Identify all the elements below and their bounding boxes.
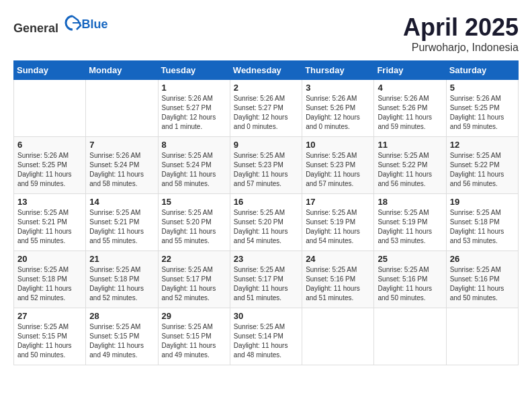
day-info: Sunrise: 5:25 AM Sunset: 5:16 PM Dayligh… (450, 265, 515, 303)
day-number: 12 (450, 140, 515, 150)
day-info: Sunrise: 5:25 AM Sunset: 5:23 PM Dayligh… (234, 151, 298, 189)
day-info: Sunrise: 5:25 AM Sunset: 5:18 PM Dayligh… (450, 208, 515, 246)
logo-icon (63, 13, 82, 32)
day-number: 11 (378, 140, 442, 150)
day-info: Sunrise: 5:25 AM Sunset: 5:22 PM Dayligh… (378, 151, 442, 189)
calendar-cell: 22Sunrise: 5:25 AM Sunset: 5:17 PM Dayli… (158, 251, 230, 308)
calendar-cell: 23Sunrise: 5:25 AM Sunset: 5:17 PM Dayli… (230, 251, 302, 308)
calendar-cell (302, 308, 374, 365)
day-info: Sunrise: 5:26 AM Sunset: 5:26 PM Dayligh… (306, 94, 370, 132)
day-number: 25 (378, 254, 442, 264)
day-info: Sunrise: 5:25 AM Sunset: 5:15 PM Dayligh… (89, 322, 154, 360)
weekday-header-thursday: Thursday (302, 61, 374, 80)
calendar-cell: 26Sunrise: 5:25 AM Sunset: 5:16 PM Dayli… (446, 251, 518, 308)
calendar-cell: 7Sunrise: 5:26 AM Sunset: 5:24 PM Daylig… (86, 137, 158, 194)
calendar-cell: 27Sunrise: 5:25 AM Sunset: 5:15 PM Dayli… (14, 308, 86, 365)
day-number: 15 (162, 197, 226, 207)
day-info: Sunrise: 5:25 AM Sunset: 5:18 PM Dayligh… (89, 265, 154, 303)
calendar-week-4: 20Sunrise: 5:25 AM Sunset: 5:18 PM Dayli… (14, 251, 519, 308)
calendar-cell: 1Sunrise: 5:26 AM Sunset: 5:27 PM Daylig… (158, 80, 230, 137)
calendar-cell (86, 80, 158, 137)
calendar-cell (374, 308, 446, 365)
calendar-week-3: 13Sunrise: 5:25 AM Sunset: 5:21 PM Dayli… (14, 194, 519, 251)
day-number: 17 (306, 197, 370, 207)
day-number: 6 (17, 140, 82, 150)
day-info: Sunrise: 5:25 AM Sunset: 5:16 PM Dayligh… (378, 265, 442, 303)
day-number: 1 (162, 83, 226, 93)
day-number: 26 (450, 254, 515, 264)
day-number: 14 (89, 197, 154, 207)
day-info: Sunrise: 5:26 AM Sunset: 5:25 PM Dayligh… (17, 151, 82, 189)
calendar-cell: 13Sunrise: 5:25 AM Sunset: 5:21 PM Dayli… (14, 194, 86, 251)
calendar-cell: 24Sunrise: 5:25 AM Sunset: 5:16 PM Dayli… (302, 251, 374, 308)
day-info: Sunrise: 5:25 AM Sunset: 5:23 PM Dayligh… (306, 151, 370, 189)
calendar-week-2: 6Sunrise: 5:26 AM Sunset: 5:25 PM Daylig… (14, 137, 519, 194)
calendar-cell: 10Sunrise: 5:25 AM Sunset: 5:23 PM Dayli… (302, 137, 374, 194)
calendar-cell: 17Sunrise: 5:25 AM Sunset: 5:19 PM Dayli… (302, 194, 374, 251)
day-info: Sunrise: 5:25 AM Sunset: 5:21 PM Dayligh… (89, 208, 154, 246)
day-info: Sunrise: 5:25 AM Sunset: 5:18 PM Dayligh… (17, 265, 82, 303)
day-info: Sunrise: 5:26 AM Sunset: 5:27 PM Dayligh… (234, 94, 298, 132)
calendar-cell (14, 80, 86, 137)
calendar-cell: 6Sunrise: 5:26 AM Sunset: 5:25 PM Daylig… (14, 137, 86, 194)
calendar-cell: 4Sunrise: 5:26 AM Sunset: 5:26 PM Daylig… (374, 80, 446, 137)
calendar-cell: 29Sunrise: 5:25 AM Sunset: 5:15 PM Dayli… (158, 308, 230, 365)
day-number: 18 (378, 197, 442, 207)
day-info: Sunrise: 5:25 AM Sunset: 5:17 PM Dayligh… (162, 265, 226, 303)
logo-blue: Blue (82, 17, 108, 31)
location-subtitle: Purwoharjo, Indonesia (403, 42, 519, 54)
calendar-table: SundayMondayTuesdayWednesdayThursdayFrid… (13, 60, 519, 365)
calendar-cell: 16Sunrise: 5:25 AM Sunset: 5:20 PM Dayli… (230, 194, 302, 251)
calendar-cell: 8Sunrise: 5:25 AM Sunset: 5:24 PM Daylig… (158, 137, 230, 194)
calendar-cell: 30Sunrise: 5:25 AM Sunset: 5:14 PM Dayli… (230, 308, 302, 365)
day-number: 24 (306, 254, 370, 264)
day-number: 29 (162, 311, 226, 321)
calendar-header-row: SundayMondayTuesdayWednesdayThursdayFrid… (14, 61, 519, 80)
day-number: 5 (450, 83, 515, 93)
day-number: 10 (306, 140, 370, 150)
day-number: 21 (89, 254, 154, 264)
calendar-cell: 12Sunrise: 5:25 AM Sunset: 5:22 PM Dayli… (446, 137, 518, 194)
day-number: 4 (378, 83, 442, 93)
day-info: Sunrise: 5:25 AM Sunset: 5:21 PM Dayligh… (17, 208, 82, 246)
calendar-cell: 14Sunrise: 5:25 AM Sunset: 5:21 PM Dayli… (86, 194, 158, 251)
day-number: 16 (234, 197, 298, 207)
day-info: Sunrise: 5:25 AM Sunset: 5:20 PM Dayligh… (234, 208, 298, 246)
day-info: Sunrise: 5:25 AM Sunset: 5:22 PM Dayligh… (450, 151, 515, 189)
weekday-header-tuesday: Tuesday (158, 61, 230, 80)
weekday-header-wednesday: Wednesday (230, 61, 302, 80)
day-info: Sunrise: 5:26 AM Sunset: 5:25 PM Dayligh… (450, 94, 515, 132)
day-info: Sunrise: 5:25 AM Sunset: 5:14 PM Dayligh… (234, 322, 298, 360)
calendar-cell (446, 308, 518, 365)
weekday-header-friday: Friday (374, 61, 446, 80)
calendar-cell: 25Sunrise: 5:25 AM Sunset: 5:16 PM Dayli… (374, 251, 446, 308)
calendar-cell: 9Sunrise: 5:25 AM Sunset: 5:23 PM Daylig… (230, 137, 302, 194)
day-info: Sunrise: 5:25 AM Sunset: 5:15 PM Dayligh… (162, 322, 226, 360)
calendar-cell: 2Sunrise: 5:26 AM Sunset: 5:27 PM Daylig… (230, 80, 302, 137)
day-number: 28 (89, 311, 154, 321)
title-area: April 2025 Purwoharjo, Indonesia (403, 13, 519, 54)
day-info: Sunrise: 5:25 AM Sunset: 5:24 PM Dayligh… (162, 151, 226, 189)
header: General Blue April 2025 Purwoharjo, Indo… (13, 13, 519, 54)
day-number: 9 (234, 140, 298, 150)
calendar-cell: 3Sunrise: 5:26 AM Sunset: 5:26 PM Daylig… (302, 80, 374, 137)
day-number: 22 (162, 254, 226, 264)
day-info: Sunrise: 5:25 AM Sunset: 5:16 PM Dayligh… (306, 265, 370, 303)
day-number: 8 (162, 140, 226, 150)
calendar-week-5: 27Sunrise: 5:25 AM Sunset: 5:15 PM Dayli… (14, 308, 519, 365)
calendar-cell: 15Sunrise: 5:25 AM Sunset: 5:20 PM Dayli… (158, 194, 230, 251)
day-info: Sunrise: 5:25 AM Sunset: 5:15 PM Dayligh… (17, 322, 82, 360)
calendar-cell: 19Sunrise: 5:25 AM Sunset: 5:18 PM Dayli… (446, 194, 518, 251)
day-info: Sunrise: 5:25 AM Sunset: 5:19 PM Dayligh… (378, 208, 442, 246)
day-number: 2 (234, 83, 298, 93)
day-info: Sunrise: 5:25 AM Sunset: 5:19 PM Dayligh… (306, 208, 370, 246)
day-info: Sunrise: 5:26 AM Sunset: 5:27 PM Dayligh… (162, 94, 226, 132)
logo-general: General (13, 21, 58, 35)
calendar-cell: 5Sunrise: 5:26 AM Sunset: 5:25 PM Daylig… (446, 80, 518, 137)
day-info: Sunrise: 5:26 AM Sunset: 5:26 PM Dayligh… (378, 94, 442, 132)
day-number: 19 (450, 197, 515, 207)
logo: General Blue (13, 13, 108, 36)
day-number: 20 (17, 254, 82, 264)
calendar-cell: 21Sunrise: 5:25 AM Sunset: 5:18 PM Dayli… (86, 251, 158, 308)
calendar-cell: 18Sunrise: 5:25 AM Sunset: 5:19 PM Dayli… (374, 194, 446, 251)
